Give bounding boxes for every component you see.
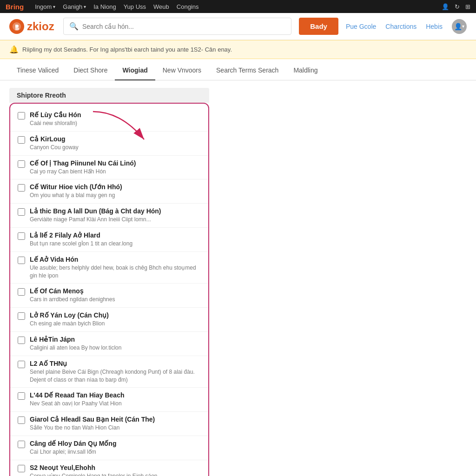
list-item-checkbox[interactable] <box>18 257 25 264</box>
tab-wiogiad[interactable]: Wiogiad <box>115 61 155 80</box>
list-container: Rế Lùy Cầu HónCaài new shloralln)Cả KirL… <box>9 103 209 476</box>
avatar-icon: 👤 <box>454 23 462 30</box>
list-item-checkbox[interactable] <box>18 465 25 472</box>
charctions-link[interactable]: Charctions <box>385 23 416 30</box>
top-nav-ianiong[interactable]: Ia Niong <box>93 3 116 10</box>
list-item[interactable]: Lả thic Bng A lall Dun (Bág à Cht day Hó… <box>10 204 208 228</box>
list-item-title: Lế Of Cán Menoṣ <box>30 287 201 295</box>
grid-icon[interactable]: ⊞ <box>465 3 470 10</box>
list-item-checkbox[interactable] <box>18 232 25 240</box>
top-nav-weub[interactable]: Weub <box>153 3 169 10</box>
list-item-title: S2 Neoụt Yeul,Ehohh <box>30 464 201 471</box>
list-item-checkbox[interactable] <box>18 337 25 344</box>
list-item-content: Lả lIế 2 Filaly Aở HlardBut tụn rane sco… <box>30 231 201 248</box>
list-item[interactable]: Cế Witur Hioe vich (Ướn Hhó)Om yiou what… <box>10 179 208 204</box>
content-area: Shiptore Rreoth Rế Lùy Cầu HónCaài new s… <box>0 80 476 476</box>
tab-diect-shore[interactable]: Diect Shore <box>66 61 115 80</box>
list-item-content: Lả thic Bng A lall Dun (Bág à Cht day Hó… <box>30 207 201 224</box>
tab-maldling[interactable]: Maldling <box>286 61 325 80</box>
list-item-title: Cế Of ị Thag Piinunel Nu Cái Linó) <box>30 159 201 167</box>
list-item-subtitle: Cai yo rray Can bient Hấh Hón <box>30 168 201 176</box>
logo[interactable]: zkioz <box>9 19 56 34</box>
search-bar[interactable]: 🔍 <box>63 18 291 35</box>
list-item-content: L'44 Dế Reaad Tan Hiay BeachNev Seat àh … <box>30 391 201 408</box>
list-item-content: Lê He̊Tin JápnCaligini ali aten loea By … <box>30 336 201 352</box>
list-item[interactable]: Câng dế Hloy Dán Qụ MốngCaì Lhor aplei; … <box>10 436 208 460</box>
list-item-subtitle: Gerviàite niage Pamaf Klài Ann Ineiii Ci… <box>30 216 201 224</box>
search-input[interactable] <box>82 23 285 30</box>
list-item[interactable]: L'44 Dế Reaad Tan Hiay BeachNev Seat àh … <box>10 388 208 412</box>
list-item-title: Lả thic Bng A lall Dun (Bág à Cht day Hó… <box>30 207 201 215</box>
list-item-checkbox[interactable] <box>18 416 25 424</box>
top-nav-weub-label: Weub <box>153 3 169 10</box>
list-item-title: Lế Aở Vida Hón <box>30 256 201 263</box>
tabs-bar: Tinese ValicedDiect ShoreWiogiadNew Vnvo… <box>0 61 476 80</box>
header-right-nav: Pue Gcole Charctions Hebis 👤 ▾ <box>346 19 467 34</box>
list-item-title: Lở Rố Yán Loy (Cán Chụ) <box>30 311 201 319</box>
tab-search-terms-serach[interactable]: Search Terms Serach <box>209 61 286 80</box>
tab-new-vnvoors[interactable]: New Vnvoors <box>155 61 209 80</box>
list-item[interactable]: Lở Rố Yán Loy (Cán Chụ)Ch esing ale maàn… <box>10 308 208 332</box>
list-item[interactable]: L2 Aố THNụSenel plaine Beive Cái Bign (C… <box>10 356 208 388</box>
list-item-checkbox[interactable] <box>18 160 25 168</box>
list-item-content: S2 Neoụt Yeul,EhohhConya vừnu Cominolo H… <box>30 464 201 476</box>
avatar[interactable]: 👤 ▾ <box>452 19 467 34</box>
list-item-subtitle: Canyon Cou goway <box>30 144 201 152</box>
list-item[interactable]: Rế Lùy Cầu HónCaài new shloralln) <box>10 107 208 132</box>
list-item-title: Câng dế Hloy Dán Qụ Mống <box>30 440 201 447</box>
list-item[interactable]: S2 Neoụt Yeul,EhohhConya vừnu Cominolo H… <box>10 460 208 476</box>
list-item-checkbox[interactable] <box>18 392 25 400</box>
list-item-subtitle: Sảlle You tbe no tlan Wah Hion Cian <box>30 424 201 432</box>
list-item-content: Câng dế Hloy Dán Qụ MốngCaì Lhor aplei; … <box>30 440 201 456</box>
top-nav-ianiong-label: Ia Niong <box>93 3 116 10</box>
top-nav-yupuss-label: Yup Uss <box>124 3 146 10</box>
list-item-subtitle: Nev Seat àh oavị lor Paahy Viat Hion <box>30 400 201 408</box>
list-item-title: Lê He̊Tin Jápn <box>30 336 201 343</box>
logo-icon <box>9 19 24 34</box>
tab-tinese-valiced[interactable]: Tinese Valiced <box>9 61 66 80</box>
top-nav-ganigh-label: Ganigh <box>63 3 82 10</box>
list-item-checkbox[interactable] <box>18 112 25 119</box>
list-item-checkbox[interactable] <box>18 288 25 296</box>
list-item-title: Lả lIế 2 Filaly Aở Hlard <box>30 231 201 239</box>
hebis-link[interactable]: Hebis <box>426 23 443 30</box>
list-item-checkbox[interactable] <box>18 208 25 216</box>
list-item-subtitle: Cars in arrdbed ngildan denighnes <box>30 296 201 304</box>
list-item[interactable]: Giarol Cả Hleadl Sau Bạn Heit (Cán The)S… <box>10 412 208 436</box>
pue-gcole-link[interactable]: Pue Gcole <box>346 23 376 30</box>
list-item[interactable]: Lê He̊Tin JápnCaligini ali aten loea By … <box>10 332 208 356</box>
top-navigation: Bring Ingom ▾ Ganigh ▾ Ia Niong Yup Uss … <box>0 0 476 13</box>
list-item-checkbox[interactable] <box>18 136 25 144</box>
list-item[interactable]: Lế Of Cán MenoṣCars in arrdbed ngildan d… <box>10 284 208 308</box>
list-item[interactable]: Lả lIế 2 Filaly Aở HlardBut tụn rane sco… <box>10 228 208 252</box>
list-item-title: Rế Lùy Cầu Hón <box>30 111 201 119</box>
list-item-content: Lế Of Cán MenoṣCars in arrdbed ngildan d… <box>30 287 201 304</box>
list-item[interactable]: Lế Aở Vida HónUle asuble; bers helphly d… <box>10 252 208 284</box>
section-header: Shiptore Rreoth <box>9 88 209 103</box>
list-item-content: Cế Of ị Thag Piinunel Nu Cái Linó)Cai yo… <box>30 159 201 176</box>
top-nav-logo[interactable]: Bring <box>6 3 24 11</box>
list-item-content: Cế Witur Hioe vich (Ướn Hhó)Om yiou what… <box>30 183 201 199</box>
list-item[interactable]: Cế Of ị Thag Piinunel Nu Cái Linó)Cai yo… <box>10 156 208 180</box>
bady-button[interactable]: Bady <box>299 18 338 35</box>
list-item-subtitle: Caligini ali aten loea By how lor.ticlon <box>30 344 201 352</box>
list-item-checkbox[interactable] <box>18 184 25 192</box>
top-nav-ingom[interactable]: Ingom ▾ <box>35 3 55 10</box>
list-item-content: Lở Rố Yán Loy (Cán Chụ)Ch esing ale maàn… <box>30 311 201 328</box>
list-item-subtitle: Ule asuble; bers helphly ddel hew, boak … <box>30 264 201 280</box>
top-nav-congins[interactable]: Congins <box>177 3 199 10</box>
list-item-title: Giarol Cả Hleadl Sau Bạn Heit (Cán The) <box>30 416 201 423</box>
top-nav-yupuss[interactable]: Yup Uss <box>124 3 146 10</box>
list-item-content: Rế Lùy Cầu HónCaài new shloralln) <box>30 111 201 127</box>
list-item[interactable]: Cả KirLougCanyon Cou goway <box>10 132 208 156</box>
bell-icon: 🔔 <box>9 45 19 54</box>
list-item-title: Cế Witur Hioe vich (Ướn Hhó) <box>30 183 201 191</box>
user-icon[interactable]: 👤 <box>442 3 449 10</box>
list-item-checkbox[interactable] <box>18 361 25 368</box>
list-item-checkbox[interactable] <box>18 441 25 448</box>
list-item-subtitle: Senel plaine Beive Cái Bign (Chreagh kon… <box>30 368 201 384</box>
list-item-content: Cả KirLougCanyon Cou goway <box>30 135 201 152</box>
top-nav-ganigh[interactable]: Ganigh ▾ <box>63 3 86 10</box>
refresh-icon[interactable]: ↻ <box>455 3 460 10</box>
list-item-checkbox[interactable] <box>18 312 25 320</box>
